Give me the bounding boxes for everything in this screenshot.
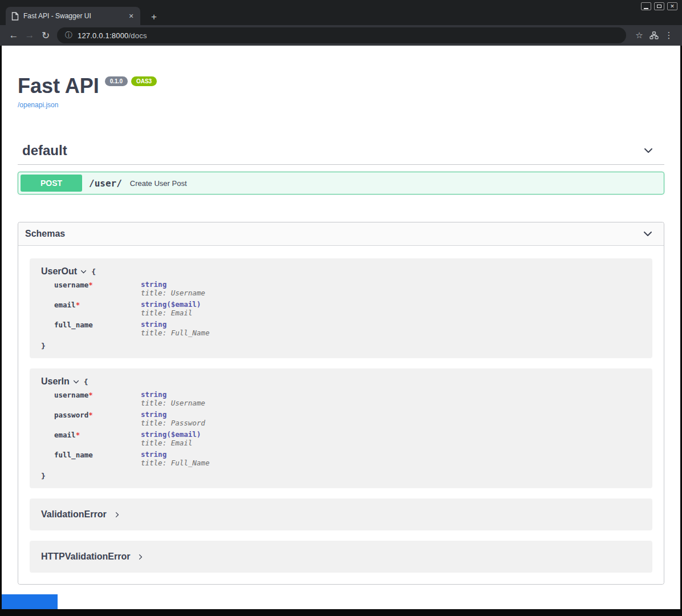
version-badge: 0.1.0: [105, 76, 128, 86]
property-value: string title: Password: [141, 410, 641, 429]
chevron-down-icon: [80, 268, 87, 275]
model-title: UserOut: [41, 266, 77, 277]
chevron-right-icon: [113, 511, 121, 518]
property-type: string: [141, 450, 167, 459]
property-name: username*: [41, 280, 141, 299]
tag-section-default[interactable]: default: [18, 139, 664, 165]
property-row: email* string($email) title: Email: [41, 430, 641, 449]
browser-menu-icon[interactable]: ⋮: [661, 28, 676, 43]
property-row: full_name string title: Full_Name: [41, 450, 641, 469]
property-type: string: [141, 430, 167, 439]
property-format: ($email): [167, 430, 201, 439]
property-title: title: Username: [141, 289, 641, 297]
new-tab-button[interactable]: +: [147, 10, 161, 24]
browser-window: Fast API - Swagger UI ✕ + ✕ ← → ↻ ⓘ 127.…: [0, 0, 682, 616]
model-validationerror[interactable]: ValidationError: [30, 499, 652, 530]
browser-tab[interactable]: Fast API - Swagger UI ✕: [6, 7, 140, 25]
property-type: string: [141, 320, 167, 329]
close-button[interactable]: ✕: [667, 2, 677, 10]
forward-button[interactable]: →: [22, 27, 38, 43]
required-star: *: [76, 431, 80, 439]
property-name: email*: [41, 430, 141, 449]
minimize-button[interactable]: [641, 2, 651, 10]
opblock-post-user: POST /user/ Create User Post: [18, 172, 664, 194]
open-brace: {: [84, 378, 88, 386]
address-bar[interactable]: ⓘ 127.0.0.1:8000/docs: [57, 27, 626, 43]
property-row: password* string title: Password: [41, 410, 641, 429]
model-userout: UserOut { username* string title: Userna…: [30, 258, 652, 358]
model-httpvalidationerror[interactable]: HTTPValidationError: [30, 541, 652, 573]
model-title: ValidationError: [41, 509, 107, 520]
schemas-header[interactable]: Schemas: [18, 222, 664, 246]
chevron-down-icon[interactable]: [642, 228, 653, 240]
maximize-button[interactable]: [654, 2, 664, 10]
property-name: full_name: [41, 450, 141, 469]
page-content: Fast API 0.1.0 OAS3 /openapi.json defaul…: [0, 46, 682, 609]
http-method-badge: POST: [21, 175, 82, 192]
schemas-title: Schemas: [25, 229, 65, 239]
url-path: /docs: [129, 31, 147, 40]
property-row: full_name string title: Full_Name: [41, 320, 641, 339]
property-value: string($email) title: Email: [141, 300, 641, 319]
model-userin: UserIn { username* string title: Usernam…: [30, 368, 652, 488]
required-star: *: [88, 391, 93, 399]
page-info-icon[interactable]: ⓘ: [65, 30, 72, 40]
tab-close-icon[interactable]: ✕: [127, 11, 136, 21]
chevron-right-icon: [137, 553, 144, 561]
chevron-down-icon: [72, 378, 80, 386]
property-row: email* string($email) title: Email: [41, 300, 641, 319]
api-title-row: Fast API 0.1.0 OAS3: [18, 74, 664, 98]
property-value: string title: Username: [141, 280, 641, 299]
model-title: UserIn: [41, 376, 70, 387]
maximize-icon: [657, 5, 661, 8]
required-star: *: [88, 281, 93, 289]
page-favicon-icon: [11, 12, 19, 21]
oas3-badge: OAS3: [131, 76, 157, 86]
minimize-icon: [644, 8, 648, 9]
model-userout-toggle[interactable]: UserOut {: [41, 266, 641, 277]
property-name: password*: [41, 410, 141, 429]
window-titlebar[interactable]: Fast API - Swagger UI ✕ + ✕: [0, 0, 682, 25]
tag-name: default: [22, 143, 67, 159]
openapi-spec-link[interactable]: /openapi.json: [18, 101, 58, 109]
open-brace: {: [91, 268, 96, 276]
property-format: ($email): [167, 300, 201, 309]
bookmark-star-icon[interactable]: ☆: [632, 28, 647, 43]
required-star: *: [88, 411, 93, 419]
property-title: title: Full_Name: [141, 329, 641, 337]
property-name: email*: [41, 300, 141, 319]
model-title: HTTPValidationError: [41, 552, 130, 562]
page-title: Fast API: [18, 74, 99, 98]
property-title: title: Email: [141, 309, 641, 317]
endpoint-summary: Create User Post: [130, 179, 187, 188]
property-value: string($email) title: Email: [141, 430, 641, 449]
reload-button[interactable]: ↻: [38, 27, 54, 43]
close-brace: }: [41, 472, 641, 480]
property-type: string: [141, 410, 167, 419]
schemas-body: UserOut { username* string title: Userna…: [18, 246, 664, 584]
window-controls: ✕: [641, 2, 677, 10]
property-title: title: Email: [141, 439, 641, 447]
extensions-icon[interactable]: [647, 28, 661, 43]
model-properties: username* string title: Username passwor…: [41, 390, 641, 469]
opblock-summary[interactable]: POST /user/ Create User Post: [18, 172, 664, 194]
property-value: string title: Full_Name: [141, 450, 641, 469]
model-properties: username* string title: Username email* …: [41, 280, 641, 339]
close-icon: ✕: [670, 4, 675, 9]
chevron-down-icon[interactable]: [643, 145, 654, 156]
status-bubble: [2, 594, 58, 609]
window-bottom-edge: [0, 609, 682, 616]
property-title: title: Username: [141, 399, 641, 407]
property-row: username* string title: Username: [41, 390, 641, 410]
property-row: username* string title: Username: [41, 280, 641, 299]
property-name: username*: [41, 390, 141, 410]
url-text: 127.0.0.1:8000/docs: [78, 31, 147, 40]
property-value: string title: Username: [141, 390, 641, 410]
back-button[interactable]: ←: [6, 27, 22, 43]
close-brace: }: [41, 342, 641, 350]
schemas-section: Schemas UserOut { username*: [18, 222, 664, 585]
property-value: string title: Full_Name: [141, 320, 641, 339]
property-type: string: [141, 390, 167, 399]
property-title: title: Password: [141, 419, 641, 427]
model-userin-toggle[interactable]: UserIn {: [41, 376, 641, 387]
